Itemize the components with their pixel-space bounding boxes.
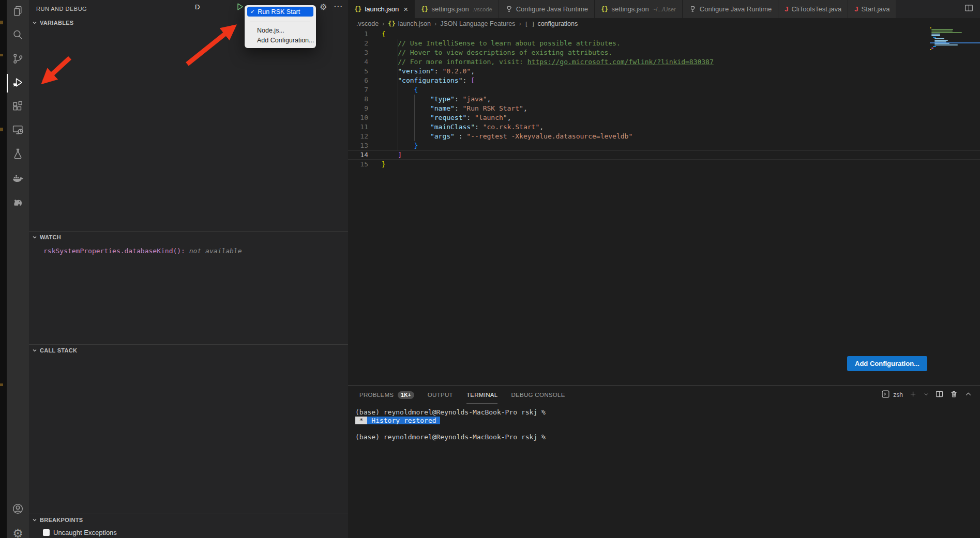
panel-tab-label: TERMINAL [466,392,498,398]
tab-settings-json[interactable]: {}settings.json.vscode [415,0,499,18]
call-stack-section-header[interactable]: CALL STACK [29,345,348,356]
line-number: 14 [348,150,368,160]
minimap-line [931,48,933,49]
uncaught-exceptions-checkbox[interactable] [43,529,50,536]
close-icon[interactable]: × [403,5,408,13]
panel-tab-label: DEBUG CONSOLE [511,392,565,398]
tab-start-java[interactable]: JStart.java [848,0,896,18]
code-line-11: 11"mainClass": "co.rsk.Start", [348,122,980,132]
breadcrumb-label: .vscode [356,20,379,27]
code-line-12: 12"args" : "--regtest -Xkeyvalue.datasou… [348,132,980,141]
line-number: 10 [348,113,368,122]
tab-label: settings.json [431,5,469,13]
activity-bar-item-manage[interactable]: ⚙ [7,521,29,538]
chevron-down-icon [32,517,37,522]
terminal-line [355,425,546,433]
java-file-icon: J [854,5,858,13]
breadcrumb: .vscode›{}launch.json›JSON Language Feat… [348,18,980,29]
split-terminal-icon[interactable] [935,390,944,401]
watch-section-header[interactable]: WATCH [29,232,348,243]
sidebar-more-actions-icon[interactable]: ⋯ [334,1,342,11]
panel-tab-problems[interactable]: PROBLEMS1K+ [359,386,414,404]
gradle-icon [11,195,24,210]
watch-section: WATCH rskSystemProperties.databaseKind()… [29,231,348,344]
kill-terminal-icon[interactable] [949,390,958,401]
shell-name-label[interactable]: zsh [893,391,903,398]
tab-settings-json[interactable]: {}settings.json~/.../User [595,0,683,18]
split-editor-icon[interactable] [964,3,974,15]
breadcrumb-item-json-language-features[interactable]: JSON Language Features [440,20,515,27]
code-line-text: "request": "launch", [382,113,511,122]
activity-bar-item-docker[interactable] [7,166,29,190]
maximize-panel-icon[interactable] [964,390,973,401]
breadcrumb-item-launch-json[interactable]: {}launch.json [388,20,431,27]
activity-bar-item-extensions[interactable] [7,95,29,119]
accounts-icon [11,502,24,517]
activity-bar-item-gradle[interactable] [7,190,29,214]
terminal-line: * History restored [355,417,546,425]
panel-tab-output[interactable]: OUTPUT [428,386,453,404]
tab-label: CliToolsTest.java [791,5,841,13]
search-icon [11,28,24,43]
tab-label: Configure Java Runtime [700,5,772,13]
tab-clitoolstest-java[interactable]: JCliToolsTest.java [778,0,848,18]
panel-tab-terminal[interactable]: TERMINAL [466,386,498,404]
code-line-2: 2// Use IntelliSense to learn about poss… [348,39,980,48]
menu-item-add-configuration-[interactable]: Add Configuration... [245,36,316,44]
activity-bar-item-source-control[interactable] [7,48,29,71]
minimap-line [934,44,958,45]
watch-expression-row[interactable]: rskSystemProperties.databaseKind(): not … [43,247,348,255]
check-icon: ✓ [250,8,255,15]
menu-separator [250,22,310,22]
code-line-4: 4// For more information, visit: https:/… [348,57,980,67]
minimap-line [933,46,936,47]
terminal-line: (base) reynoldmorel@Reynolds-MacBook-Pro… [355,408,546,417]
tab-launch-json[interactable]: {}launch.json× [348,0,415,18]
menu-item-node-js-[interactable]: Node.js... [245,26,316,35]
minimap[interactable] [930,27,975,51]
java-file-icon: J [785,5,788,13]
screen-edge-strip [0,0,7,538]
code-line-15: 15} [348,160,980,169]
activity-bar-item-remote-explorer[interactable] [7,119,29,143]
activity-bar-item-run-and-debug[interactable] [7,71,29,95]
breakpoints-section-header[interactable]: BREAKPOINTS [29,514,348,526]
add-configuration-button[interactable]: Add Configuration... [847,356,927,371]
explorer-icon [11,5,24,20]
minimap-line [931,29,953,30]
terminal-icon[interactable] [881,390,890,401]
activity-bar-item-testing[interactable] [7,143,29,166]
array-brackets-icon: [ ] [525,21,535,27]
start-debugging-button[interactable] [235,2,245,11]
terminal-output[interactable]: (base) reynoldmorel@Reynolds-MacBook-Pro… [355,408,546,441]
tab-label: settings.json [612,5,649,13]
tab-configure-java-runtime[interactable]: Configure Java Runtime [683,0,778,18]
activity-bar-item-search[interactable] [7,24,29,48]
panel-tab-label: OUTPUT [428,392,453,398]
breadcrumb-item-configurations[interactable]: [ ]configurations [525,20,578,27]
code-line-9: 9"name": "Run RSK Start", [348,104,980,113]
minimap-line [931,30,953,32]
breakpoints-section: BREAKPOINTS Uncaught Exceptions [29,514,348,538]
minimap-line [931,35,940,36]
tab-configure-java-runtime[interactable]: Configure Java Runtime [499,0,595,18]
activity-bar-item-accounts[interactable] [7,498,29,521]
breadcrumb-label: launch.json [398,20,431,27]
menu-item-run-rsk-start[interactable]: ✓ Run RSK Start [247,7,313,17]
launch-configuration-menu: ✓ Run RSK Start Node.js...Add Configurat… [245,5,316,48]
debug-settings-gear-icon[interactable]: ⚙ [320,2,327,12]
code-editor[interactable]: 1{2// Use IntelliSense to learn about po… [348,29,980,174]
activity-bar-item-explorer[interactable] [7,0,29,24]
code-line-text: // For more information, visit: https://… [382,57,714,67]
new-terminal-icon[interactable] [909,390,917,401]
json-braces-icon: {} [354,6,361,13]
terminal-line: (base) reynoldmorel@Reynolds-MacBook-Pro… [355,433,546,441]
code-line-1: 1{ [348,29,980,39]
watch-value: not available [185,247,242,255]
breadcrumb-item--vscode[interactable]: .vscode [356,20,379,27]
line-number: 3 [348,48,368,57]
uncaught-exceptions-row[interactable]: Uncaught Exceptions [43,529,348,536]
terminal-profile-chevron-icon[interactable] [923,390,929,399]
panel-tab-debug-console[interactable]: DEBUG CONSOLE [511,386,565,404]
code-line-text: { [382,29,386,39]
